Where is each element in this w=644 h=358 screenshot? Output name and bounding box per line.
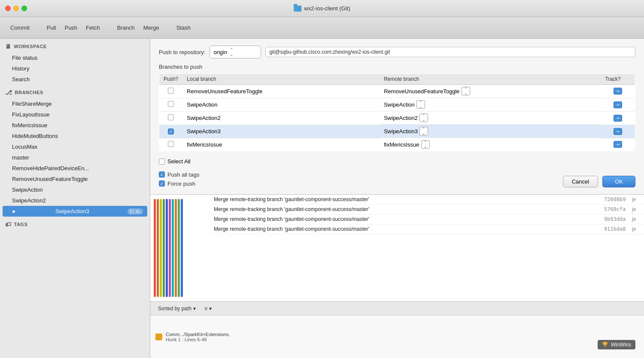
commit-msg-1: Merge remote-tracking branch 'gauntlet-c… [214,206,604,212]
sidebar-item-branch-9[interactable]: SwipeAction2 [0,195,150,206]
ok-button[interactable]: OK [602,176,635,187]
remote-stepper-2[interactable]: ⌃⌄ [419,113,428,122]
repo-select[interactable]: origin ⌃⌄ [210,46,261,58]
commit-hash-1: 5760cfa [604,206,632,212]
col-remote: Remote branch [380,74,601,85]
push-checkbox-0[interactable] [168,88,174,94]
sidebar-item-file-status[interactable]: File status [0,52,150,63]
remote-branch-2: SwipeAction2 ⌃⌄ [380,111,601,125]
commit-msg-3: Merge remote-tracking branch 'gauntlet-c… [214,226,604,232]
push-all-tags-label[interactable]: Push all tags [159,171,554,178]
local-branch-2: SwipeAction2 [182,111,380,125]
commit-button[interactable]: Commit [7,23,33,33]
sidebar-item-search[interactable]: Search [0,74,150,85]
workspace-header: 🖥 WORKSPACE [0,40,150,52]
maximize-button[interactable] [21,6,27,11]
track-btn-2[interactable]: − [614,115,622,122]
commit-hash-2: 9b93dda [604,216,632,222]
branches-header: ⎇ BRANCHES [0,86,150,98]
branch-button[interactable]: Branch [114,23,138,33]
col-local: Local branch [182,74,380,85]
sidebar-item-branch-6[interactable]: RemoveHidePairedDeviceEn... [0,163,150,174]
local-branch-4: fixMericsIssue [182,138,380,151]
table-row-selected: SwipeAction3 SwipeAction3 ⌃⌄ − [159,125,635,138]
commit-row-0[interactable]: Merge remote-tracking branch 'gauntlet-c… [210,195,644,205]
menu-icon: ≡ [204,306,207,312]
minimize-button[interactable] [13,6,19,11]
push-to-label: Push to repository: [159,49,205,55]
watermark: 🏆 WinWins [598,340,635,349]
push-dialog: Push to repository: origin ⌃⌄ git@sqbu-g… [150,39,644,195]
commit-msg-2: Merge remote-tracking branch 'gauntlet-c… [214,216,604,222]
track-btn-3[interactable]: − [614,128,622,135]
sidebar-item-branch-0[interactable]: FileShareMerge [0,98,150,109]
remote-stepper-4[interactable]: ⌃⌄ [421,140,430,149]
main-layout: 🖥 WORKSPACE File status History Search ⎇… [0,39,644,358]
commit-row-2[interactable]: Merge remote-tracking branch 'gauntlet-c… [210,214,644,224]
graph-line-8 [178,199,180,297]
menu-button[interactable]: ≡ ▾ [202,305,214,312]
push-checkbox-4[interactable] [168,141,174,147]
track-btn-1[interactable]: − [614,101,622,108]
sort-by-path-button[interactable]: Sorted by path ▾ [155,305,198,312]
push-checkbox-2[interactable] [168,114,174,120]
bottom-panel: Comm.../SparkKit+Extensions. Hunk 1 : Li… [150,315,644,358]
push-checkbox-3[interactable] [168,129,174,135]
bottom-bar: Sorted by path ▾ ≡ ▾ [150,301,644,315]
remote-branch-4: fixMericsIssue ⌃⌄ [380,138,601,151]
remote-stepper-0[interactable]: ⌃⌄ [462,87,470,95]
sidebar-item-branch-4[interactable]: LocusMax [0,141,150,152]
branch-badge: 1↑ 4↓ [128,208,143,214]
graph-line-3 [163,199,165,297]
merge-button[interactable]: Merge [140,23,163,33]
hunk-info: Hunk 1 : Lines 6-49 [166,337,230,342]
table-row: fixMericsIssue fixMericsIssue ⌃⌄ − [159,138,635,151]
pull-button[interactable]: Pull [43,23,60,33]
folder-icon [294,6,301,12]
commit-graph-area: Merge remote-tracking branch 'gauntlet-c… [150,195,644,301]
sidebar-item-branch-7[interactable]: RemoveUnusedFeatureToggle [0,174,150,184]
fetch-button[interactable]: Fetch [82,23,103,33]
sidebar: 🖥 WORKSPACE File status History Search ⎇… [0,39,150,358]
app-window: wx2-ios-client (Git) Commit Pull Push Fe… [0,0,644,358]
branch-table: Push? Local branch Remote branch Track? … [159,73,635,151]
push-checkbox-1[interactable] [168,101,174,107]
force-push-checkbox[interactable] [159,181,165,187]
push-all-tags-checkbox[interactable] [159,171,165,177]
active-branch-row: ● SwipeAction3 1↑ 4↓ [12,208,143,214]
commit-row-3[interactable]: Merge remote-tracking branch 'gauntlet-c… [210,224,644,234]
graph-line-7 [175,199,177,297]
commit-hash-3: 911bda8 [604,226,632,232]
sidebar-item-history[interactable]: History [0,63,150,74]
push-button[interactable]: Push [61,23,81,33]
sidebar-item-branch-8[interactable]: SwipeAction [0,184,150,195]
track-btn-0[interactable]: − [614,88,622,95]
toolbar: Commit Pull Push Fetch Branch Merge Stas… [0,17,644,39]
remote-stepper-3[interactable]: ⌃⌄ [419,127,428,135]
commit-row-1[interactable]: Merge remote-tracking branch 'gauntlet-c… [210,205,644,214]
sidebar-item-branch-3[interactable]: HideMutedButtons [0,131,150,141]
close-button[interactable] [5,6,11,11]
active-branch-dot: ● [12,208,15,214]
graph-line-6 [172,199,174,297]
commit-hash-0: 720d8b9 [604,196,632,202]
options-row: Push all tags Force push Cancel OK [159,171,635,187]
sidebar-item-branch-2[interactable]: fixMericsIssue [0,120,150,131]
push-repo-row: Push to repository: origin ⌃⌄ git@sqbu-g… [159,46,635,58]
branches-icon: ⎇ [5,89,12,96]
cancel-button[interactable]: Cancel [563,176,598,187]
commit-msg-0: Merge remote-tracking branch 'gauntlet-c… [214,196,604,202]
select-all-checkbox[interactable] [159,159,165,165]
tags-header: 🏷 TAGS [0,218,150,230]
watermark-text: WinWins [611,342,631,348]
remote-stepper-1[interactable]: ⌃⌄ [416,100,425,109]
col-push: Push? [159,74,183,85]
track-btn-4[interactable]: − [614,141,622,148]
content-area: Push to repository: origin ⌃⌄ git@sqbu-g… [150,39,644,358]
commit-info-panel: Comm.../SparkKit+Extensions. Hunk 1 : Li… [150,315,644,358]
sidebar-item-branch-1[interactable]: FixLayoutIssue [0,109,150,120]
force-push-label[interactable]: Force push [159,181,554,187]
stash-button[interactable]: Stash [173,23,194,33]
sidebar-item-branch-active[interactable]: ● SwipeAction3 1↑ 4↓ [3,206,147,217]
sidebar-item-branch-5[interactable]: master [0,152,150,163]
